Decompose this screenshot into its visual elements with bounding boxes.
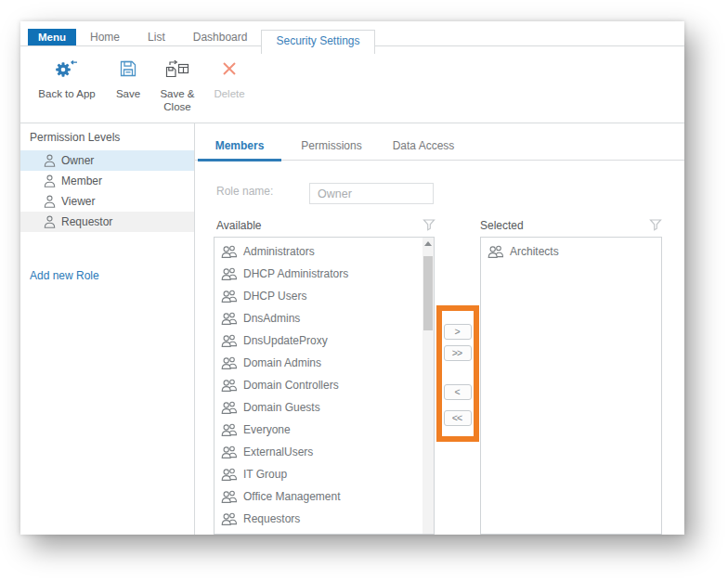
move-left-button[interactable]: <: [444, 384, 472, 400]
selected-list-label: Selected: [480, 219, 524, 232]
person-icon: [44, 174, 56, 187]
list-item[interactable]: Everyone: [214, 419, 422, 441]
delete-button[interactable]: Delete: [208, 46, 251, 123]
save-icon: [119, 58, 137, 79]
list-item[interactable]: DnsUpdateProxy: [214, 329, 422, 352]
group-icon: [221, 490, 238, 503]
sidebar-role-owner[interactable]: Owner: [20, 150, 194, 171]
role-editor-tabs: Members Permissions Data Access: [195, 123, 684, 161]
list-item[interactable]: ExternalUsers: [214, 441, 422, 463]
sidebar-role-requestor[interactable]: Requestor: [20, 212, 194, 232]
menu-button[interactable]: Menu: [28, 29, 76, 45]
list-item[interactable]: DHCP Users: [214, 285, 422, 307]
ribbon-toolbar: Back to App Save: [20, 46, 684, 123]
list-item-label: Domain Admins: [243, 356, 321, 369]
list-item-label: Architects: [510, 245, 559, 258]
role-label: Requestor: [61, 215, 112, 228]
group-icon: [488, 245, 504, 258]
role-name-input[interactable]: [309, 183, 434, 204]
back-to-app-button[interactable]: Back to App: [32, 46, 102, 123]
role-label: Member: [61, 174, 102, 187]
group-icon: [221, 401, 238, 414]
window-tab-label: List: [148, 31, 165, 44]
save-and-close-button[interactable]: Save & Close: [154, 46, 201, 123]
group-icon: [221, 445, 238, 458]
sidebar-role-viewer[interactable]: Viewer: [20, 191, 194, 212]
tab-permissions[interactable]: Permissions: [290, 136, 373, 161]
tab-home[interactable]: Home: [76, 29, 134, 45]
window-tab-label: Security Settings: [276, 34, 359, 47]
group-icon: [221, 312, 238, 325]
group-icon: [221, 356, 238, 369]
delete-icon: [221, 58, 238, 79]
gear-back-icon: [55, 58, 79, 79]
available-scrollbar[interactable]: [422, 238, 434, 534]
group-icon: [221, 245, 238, 258]
list-item-label: Administrators: [243, 245, 315, 258]
list-item[interactable]: DnsAdmins: [214, 307, 422, 329]
tab-security-settings[interactable]: Security Settings: [261, 30, 374, 54]
selected-items: Architects: [481, 238, 661, 263]
role-name-label: Role name:: [216, 185, 273, 198]
list-item[interactable]: Domain Guests: [214, 396, 422, 419]
group-icon: [221, 423, 238, 436]
screenshot-stage: Menu Home List Dashboard Security Settin…: [0, 0, 728, 581]
list-item-label: DHCP Users: [243, 290, 306, 303]
group-icon: [221, 512, 238, 525]
available-items: Administrators DHCP Administrators: [214, 238, 422, 530]
role-list: Owner Member Viewer Requestor: [20, 150, 194, 232]
list-item-label: Domain Controllers: [243, 379, 339, 392]
list-item-label: DnsUpdateProxy: [243, 334, 328, 347]
available-list-label: Available: [216, 219, 261, 232]
group-icon: [221, 267, 238, 280]
sidebar-role-member[interactable]: Member: [20, 171, 194, 191]
list-item-label: IT Group: [243, 468, 287, 481]
move-all-left-button[interactable]: <<: [444, 410, 472, 426]
list-item[interactable]: IT Group: [214, 463, 422, 485]
group-icon: [221, 290, 238, 303]
window-tab-label: Dashboard: [193, 31, 248, 44]
list-item[interactable]: Domain Admins: [214, 352, 422, 374]
person-icon: [44, 215, 56, 228]
move-right-button[interactable]: >: [444, 324, 472, 340]
tab-members[interactable]: Members: [198, 136, 281, 161]
group-icon: [221, 468, 238, 481]
save-label: Save: [116, 88, 140, 101]
content-area: Permission Levels Owner Member Viewer: [20, 123, 684, 535]
list-item-label: DHCP Administrators: [243, 267, 348, 280]
tab-list[interactable]: List: [134, 29, 179, 45]
available-listbox: Administrators DHCP Administrators: [214, 237, 435, 535]
back-to-app-label: Back to App: [38, 88, 95, 101]
list-item[interactable]: Office Management: [214, 485, 422, 508]
main-tab-label: Data Access: [393, 139, 455, 159]
window-tabs: Home List Dashboard Security Settings: [76, 29, 374, 45]
app-window: Menu Home List Dashboard Security Settin…: [20, 21, 684, 535]
group-icon: [221, 379, 238, 392]
selected-listbox: Architects: [480, 237, 662, 535]
role-label: Viewer: [61, 195, 95, 208]
list-item[interactable]: Administrators: [214, 240, 422, 263]
window-tab-label: Home: [90, 31, 120, 44]
tab-data-access[interactable]: Data Access: [382, 136, 465, 161]
permission-levels-sidebar: Permission Levels Owner Member Viewer: [20, 123, 195, 535]
tab-dashboard[interactable]: Dashboard: [179, 29, 262, 45]
save-button[interactable]: Save: [110, 46, 147, 123]
sidebar-title: Permission Levels: [30, 131, 194, 144]
list-item-label: Domain Guests: [243, 401, 320, 414]
add-new-role-link[interactable]: Add new Role: [30, 269, 99, 282]
person-icon: [44, 154, 56, 167]
delete-label: Delete: [214, 88, 244, 101]
move-all-right-button[interactable]: >>: [444, 345, 472, 361]
main-tab-label: Permissions: [301, 139, 361, 159]
list-item[interactable]: Architects: [481, 240, 661, 263]
list-item[interactable]: DHCP Administrators: [214, 263, 422, 285]
selected-filter-icon[interactable]: [649, 218, 662, 231]
available-filter-icon[interactable]: [422, 218, 436, 231]
scroll-up-icon[interactable]: [422, 238, 434, 250]
list-item-label: Requestors: [243, 512, 300, 525]
scrollbar-thumb[interactable]: [423, 256, 433, 330]
list-item[interactable]: Requestors: [214, 508, 422, 530]
list-item[interactable]: Domain Controllers: [214, 374, 422, 396]
list-item-label: Office Management: [243, 490, 341, 503]
save-and-close-label: Save & Close: [156, 88, 199, 114]
